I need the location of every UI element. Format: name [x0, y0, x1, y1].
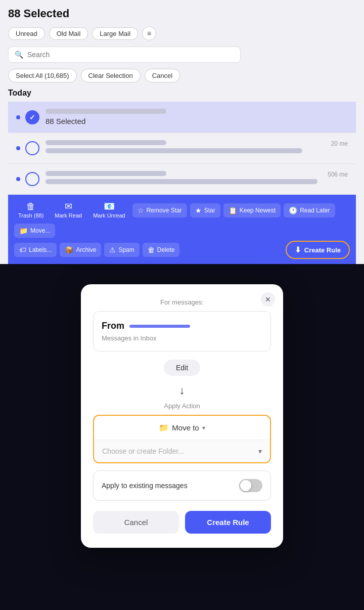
mark-unread-label: Mark Unread	[93, 212, 125, 219]
unread-dot	[16, 177, 20, 181]
mark-read-button[interactable]: ✉ Mark Read	[51, 200, 86, 221]
remove-star-label: Remove Star	[147, 207, 182, 214]
edit-button[interactable]: Edit	[164, 360, 200, 376]
remove-star-button[interactable]: ☆ Remove Star	[132, 203, 187, 217]
move-to-label: Move to	[172, 423, 199, 432]
mark-read-label: Mark Read	[55, 212, 82, 219]
delete-button[interactable]: 🗑 Delete	[143, 243, 180, 257]
delete-icon: 🗑	[148, 246, 155, 254]
unread-dot	[16, 146, 20, 150]
close-icon: ✕	[265, 295, 271, 303]
for-messages-label: For messages:	[93, 298, 271, 306]
modal-close-button[interactable]: ✕	[261, 292, 275, 307]
read-later-button[interactable]: 🕐 Read Later	[284, 203, 335, 217]
mark-unread-icon: 📧	[104, 202, 115, 211]
move-label: Move...	[30, 227, 50, 234]
move-icon: 📁	[19, 227, 28, 235]
clear-selection-button[interactable]: Clear Selection	[81, 69, 141, 82]
spam-icon: ⚠	[109, 246, 116, 254]
mail-line-sender	[46, 109, 166, 114]
mail-list: ✓ 88 Selected 20 me 506 me	[8, 102, 356, 195]
unread-dot	[16, 115, 20, 119]
condition-box: From Messages in Inbox	[93, 311, 271, 352]
mail-line-short	[46, 140, 166, 145]
trash-button[interactable]: 🗑 Trash (88)	[14, 200, 48, 221]
archive-icon: 📦	[65, 246, 73, 254]
toggle-knob	[240, 480, 251, 491]
select-all-button[interactable]: Select All (10,685)	[8, 69, 77, 82]
mail-line-full	[46, 179, 317, 184]
folder-icon: 📁	[159, 423, 169, 432]
move-chevron-icon: ▾	[202, 424, 205, 431]
filter-more-button[interactable]: ≡	[142, 26, 156, 40]
cancel-selection-button[interactable]: Cancel	[145, 69, 180, 82]
mail-checkbox-3[interactable]	[25, 172, 39, 186]
create-rule-icon: ⬇	[295, 245, 301, 254]
top-panel: 88 Selected Unread Old Mail Large Mail ≡…	[0, 0, 364, 264]
star-label: Star	[204, 207, 215, 214]
messages-in-inbox: Messages in Inbox	[102, 334, 262, 342]
page-title: 88 Selected	[8, 7, 356, 20]
apply-existing-row: Apply to existing messages	[93, 470, 271, 501]
archive-button[interactable]: 📦 Archive	[60, 243, 101, 257]
filter-old-mail[interactable]: Old Mail	[49, 27, 88, 40]
mail-checkbox-1[interactable]: ✓	[25, 110, 39, 124]
toggle-label: Apply to existing messages	[102, 482, 188, 490]
dark-overlay: ✕ For messages: From Messages in Inbox E…	[0, 264, 364, 610]
mail-line-long	[46, 148, 302, 153]
keep-newest-label: Keep Newest	[240, 207, 276, 214]
star-button[interactable]: ★ Star	[190, 203, 220, 217]
search-bar: 🔍	[8, 47, 241, 63]
filter-row: Unread Old Mail Large Mail ≡	[8, 26, 356, 40]
action-box: 📁 Move to ▾ Choose or create Folder... ▾	[93, 415, 271, 463]
folder-selector[interactable]: Choose or create Folder... ▾	[94, 440, 270, 462]
action-bar: Select All (10,685) Clear Selection Canc…	[8, 69, 356, 82]
modal-footer: Cancel Create Rule	[93, 511, 271, 534]
down-arrow-icon: ↓	[93, 384, 271, 397]
mail-line-short	[46, 171, 166, 176]
filter-large-mail[interactable]: Large Mail	[92, 27, 138, 40]
mail-checkbox-2[interactable]	[25, 141, 39, 155]
mail-time-2: 20 me	[331, 140, 348, 147]
read-later-icon: 🕐	[289, 206, 297, 214]
mail-content-3	[46, 171, 348, 187]
condition-from: From	[102, 321, 262, 331]
section-today: Today	[8, 89, 356, 102]
from-label: From	[102, 321, 124, 331]
move-button[interactable]: 📁 Move...	[14, 224, 55, 238]
move-to-selector[interactable]: 📁 Move to ▾	[94, 416, 270, 440]
mail-content-1: 88 Selected	[46, 109, 348, 125]
search-icon: 🔍	[15, 51, 23, 59]
mark-unread-button[interactable]: 📧 Mark Unread	[89, 200, 129, 221]
trash-label: Trash (88)	[18, 212, 43, 219]
bottom-toolbar: 🗑 Trash (88) ✉ Mark Read 📧 Mark Unread ☆…	[8, 195, 356, 264]
filter-unread[interactable]: Unread	[8, 27, 45, 40]
labels-icon: 🏷	[19, 246, 26, 254]
trash-icon: 🗑	[26, 202, 35, 211]
modal-create-rule-button[interactable]: Create Rule	[185, 511, 271, 534]
table-row[interactable]: 20 me	[8, 133, 356, 164]
keep-newest-button[interactable]: 📋 Keep Newest	[223, 203, 281, 217]
folder-placeholder: Choose or create Folder...	[102, 447, 184, 455]
remove-star-icon: ☆	[138, 206, 144, 214]
create-rule-modal: ✕ For messages: From Messages in Inbox E…	[81, 284, 283, 548]
from-bar	[129, 325, 190, 328]
table-row[interactable]: 506 me	[8, 164, 356, 195]
search-input[interactable]	[27, 51, 234, 59]
checkmark-icon: ✓	[29, 113, 35, 121]
apply-action-label: Apply Action	[93, 402, 271, 410]
toolbar-row-1: 🗑 Trash (88) ✉ Mark Read 📧 Mark Unread ☆…	[14, 200, 350, 238]
delete-label: Delete	[157, 246, 175, 253]
apply-existing-toggle[interactable]	[239, 479, 262, 492]
labels-button[interactable]: 🏷 Labels...	[14, 243, 57, 257]
mark-read-icon: ✉	[65, 202, 72, 211]
create-rule-button[interactable]: ⬇ Create Rule	[286, 241, 350, 259]
archive-label: Archive	[76, 246, 96, 253]
mail-time-3: 506 me	[328, 171, 348, 178]
toolbar-row-2: 🏷 Labels... 📦 Archive ⚠ Spam 🗑 Delete ⬇ …	[14, 241, 350, 259]
star-icon: ★	[195, 206, 202, 214]
table-row[interactable]: ✓ 88 Selected	[8, 102, 356, 133]
modal-cancel-button[interactable]: Cancel	[93, 511, 179, 534]
spam-button[interactable]: ⚠ Spam	[104, 243, 139, 257]
spam-label: Spam	[118, 246, 134, 253]
